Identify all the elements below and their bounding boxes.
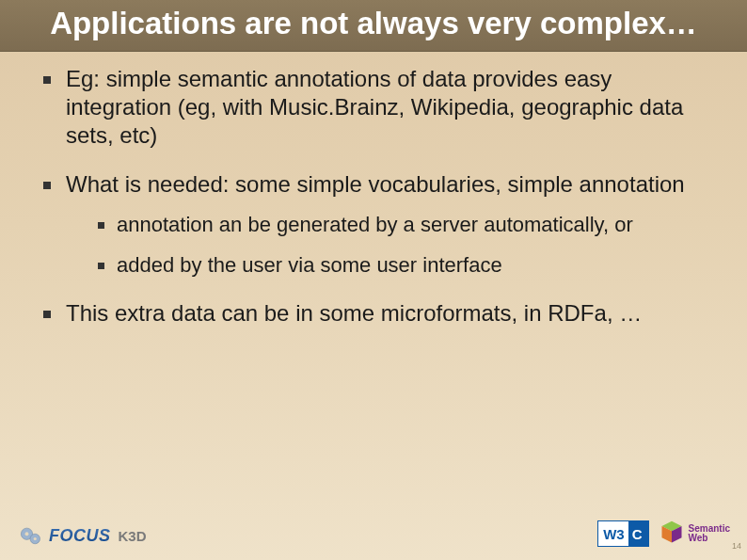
w3c-logo-right: C	[628, 521, 648, 546]
semantic-web-text: Semantic Web	[689, 524, 730, 544]
page-number: 14	[732, 541, 741, 551]
sub-bullet-list: annotation an be generated by a server a…	[66, 212, 711, 279]
bullet-item: What is needed: some simple vocabularies…	[36, 170, 711, 279]
bullet-list: Eg: simple semantic annotations of data …	[36, 65, 711, 328]
cube-icon	[659, 519, 685, 549]
bullet-item: Eg: simple semantic annotations of data …	[36, 65, 711, 150]
svg-point-2	[25, 532, 29, 536]
footer: FOCUS K3D W3 C Semantic Web	[0, 509, 747, 552]
footer-left: FOCUS K3D	[17, 522, 147, 549]
slide: Applications are not always very complex…	[0, 0, 747, 560]
sub-bullet-item: added by the user via some user interfac…	[92, 252, 711, 279]
slide-title: Applications are not always very complex…	[0, 0, 747, 52]
svg-point-3	[34, 537, 37, 540]
slide-body: Eg: simple semantic annotations of data …	[0, 52, 747, 328]
k3d-logo: K3D	[119, 528, 147, 544]
bullet-text: What is needed: some simple vocabularies…	[66, 171, 685, 197]
bullet-item: This extra data can be in some microform…	[36, 299, 711, 328]
w3c-logo: W3 C	[597, 520, 648, 547]
focus-logo: FOCUS	[49, 526, 111, 546]
gear-icon	[17, 522, 43, 549]
footer-right: W3 C Semantic Web	[597, 519, 730, 549]
semantic-web-logo: Semantic Web	[659, 519, 730, 549]
w3c-logo-left: W3	[598, 521, 628, 546]
sub-bullet-item: annotation an be generated by a server a…	[92, 212, 711, 238]
semweb-line2: Web	[689, 534, 730, 544]
